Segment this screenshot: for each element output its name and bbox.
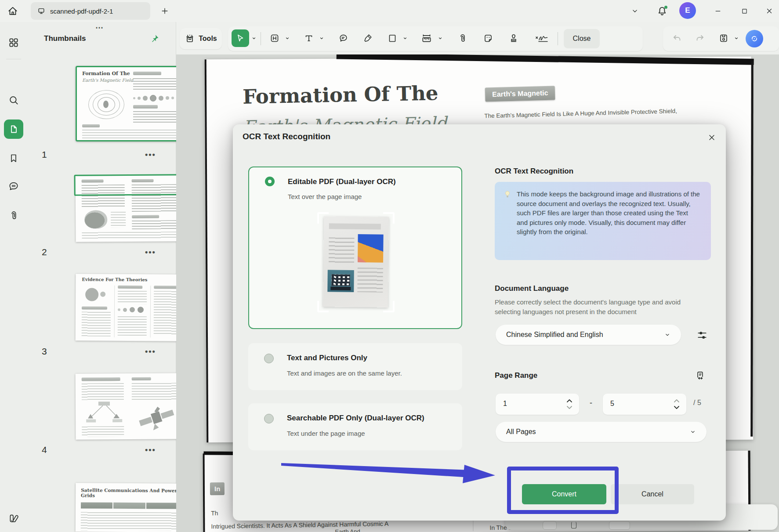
option-editable-pdf[interactable]: Editable PDF (Dual-layer OCR) Text over …: [248, 166, 462, 329]
pin-icon: [150, 34, 159, 43]
avatar[interactable]: E: [679, 2, 696, 19]
thumbnail-page-5[interactable]: Satellite Communications And Power Grids: [76, 483, 184, 532]
select-tool-dropdown[interactable]: [251, 35, 257, 41]
shape-tool-button[interactable]: [384, 29, 401, 47]
signature-tool-button[interactable]: [530, 29, 553, 47]
sidebar-item-comments[interactable]: [4, 177, 23, 196]
thumbnail-2-menu[interactable]: •••: [145, 248, 156, 257]
option-text-pictures-label: Text and Pictures Only: [287, 354, 367, 362]
thumbnail-4-menu[interactable]: •••: [145, 445, 156, 455]
language-settings-button[interactable]: [693, 326, 711, 344]
chevron-down-icon: [690, 429, 696, 435]
page-from-input[interactable]: 1: [496, 394, 579, 415]
text-tool-button[interactable]: [300, 29, 318, 47]
select-tool-button[interactable]: [232, 29, 249, 47]
sidebar-item-bookmarks[interactable]: [4, 148, 23, 168]
sidebar-item-swatches[interactable]: [4, 509, 23, 528]
comment-tool-button[interactable]: [334, 29, 352, 47]
thumbnail-page-3[interactable]: Evidence For The Theories: [76, 274, 184, 341]
page-to-input[interactable]: 5: [603, 394, 686, 415]
comment-icon: [8, 181, 19, 192]
measure-tool-button[interactable]: [418, 29, 435, 47]
save-dropdown[interactable]: [733, 35, 739, 41]
home-button[interactable]: [4, 3, 21, 19]
sidebar-item-search[interactable]: [4, 90, 23, 110]
page1-right-edge: [750, 61, 753, 437]
option-text-pictures-radio[interactable]: [264, 354, 274, 363]
redo-button[interactable]: [691, 29, 709, 47]
minimize-button[interactable]: [709, 4, 727, 18]
page-range-mode-dropdown[interactable]: All Pages: [496, 422, 707, 442]
option-searchable-pdf[interactable]: Searchable PDF Only (Dual-layer OCR) Tex…: [248, 403, 462, 450]
thumb2-visible-region: [74, 174, 184, 196]
cancel-button[interactable]: Cancel: [611, 484, 694, 504]
sidebar-item-attachments[interactable]: [4, 206, 23, 225]
pdf-bottom-badge: In: [210, 482, 225, 495]
page-to-stepper[interactable]: [673, 397, 680, 412]
save-button[interactable]: [715, 29, 732, 47]
thumbnail-page-4[interactable]: [76, 373, 184, 439]
stamp-tool-button[interactable]: [505, 29, 522, 47]
sticker-icon: [483, 33, 493, 43]
heading-tool-dropdown[interactable]: [284, 35, 290, 41]
panel-drag-handle[interactable]: ⋯: [95, 23, 104, 33]
option-editable-label: Editable PDF (Dual-layer OCR): [288, 177, 396, 186]
thumb4-satellite-illustration: [136, 403, 177, 432]
maximize-button[interactable]: [736, 4, 753, 18]
document-language-hint: Please correctly select the document's l…: [495, 297, 706, 317]
page-from-stepper[interactable]: [566, 397, 573, 412]
heading-tool-button[interactable]: [266, 29, 283, 47]
ai-assistant-icon: [749, 33, 760, 44]
option-searchable-radio[interactable]: [264, 414, 274, 423]
heading-icon: [269, 33, 280, 43]
text-tool-dropdown[interactable]: [319, 35, 325, 41]
redo-icon: [695, 33, 705, 43]
dialog-close-button[interactable]: [704, 130, 720, 145]
thumbnail-page-1[interactable]: Formation Of The Earth's Magnetic Field: [76, 66, 183, 141]
close-tools-button[interactable]: Close: [564, 29, 600, 48]
swatches-icon: [8, 513, 19, 524]
sidebar-item-thumbnails[interactable]: [4, 119, 23, 139]
document-tab-title: scanned-pdf-updf-2-1: [50, 7, 113, 15]
new-tab-button[interactable]: [157, 4, 172, 18]
shape-tool-dropdown[interactable]: [402, 35, 408, 41]
document-tab[interactable]: scanned-pdf-updf-2-1: [31, 2, 150, 20]
stamp-icon: [508, 33, 519, 43]
updf-app-window: scanned-pdf-updf-2-1 E: [0, 0, 779, 532]
thumbnail-page-2[interactable]: [75, 175, 183, 242]
sidebar-item-panels[interactable]: [4, 33, 23, 52]
thumbnails-panel-title: Thumbnails: [44, 34, 86, 43]
notifications-button[interactable]: [654, 3, 670, 19]
thumbnail-3-menu[interactable]: •••: [145, 347, 156, 356]
sticker-tool-button[interactable]: [479, 29, 497, 47]
close-window-button[interactable]: [761, 4, 778, 18]
thumb3-earth-diagram: [84, 286, 105, 304]
thumbnail-1-menu[interactable]: •••: [145, 150, 156, 159]
pin-panel-button[interactable]: [147, 31, 163, 47]
hidden-control-3: [609, 521, 630, 530]
attach-file-tool-button[interactable]: [454, 29, 471, 47]
collapse-toolbar-button[interactable]: [628, 4, 641, 18]
ocr-selection-badge[interactable]: Earth's Magnetic: [485, 86, 555, 101]
option-editable-radio[interactable]: [265, 177, 275, 186]
illustration-paper: [323, 216, 389, 308]
page-total-label: / 5: [693, 399, 701, 407]
thumbnail-1-number: 1: [42, 149, 47, 160]
thumb4-network-diagram: [83, 401, 125, 424]
language-dropdown[interactable]: Chinese Simplified and English: [496, 325, 681, 345]
ai-assistant-button[interactable]: [746, 30, 763, 47]
sidebar: [0, 22, 28, 532]
bell-icon: [656, 5, 668, 17]
tools-button[interactable]: Tools: [180, 28, 222, 49]
measure-tool-dropdown[interactable]: [437, 35, 443, 41]
page-range-settings-button[interactable]: [692, 367, 709, 384]
option-searchable-label: Searchable PDF Only (Dual-layer OCR): [287, 414, 424, 423]
paperclip-icon: [457, 33, 468, 43]
option-editable-description: Text over the page image: [288, 193, 362, 200]
thumbnail-3-number: 3: [42, 346, 47, 357]
undo-button[interactable]: [668, 29, 686, 47]
highlighter-tool-button[interactable]: [359, 29, 377, 47]
option-text-pictures[interactable]: Text and Pictures Only Text and images a…: [248, 343, 462, 390]
chevron-down-icon: [664, 332, 670, 338]
page-range-mode-value: All Pages: [506, 428, 536, 436]
